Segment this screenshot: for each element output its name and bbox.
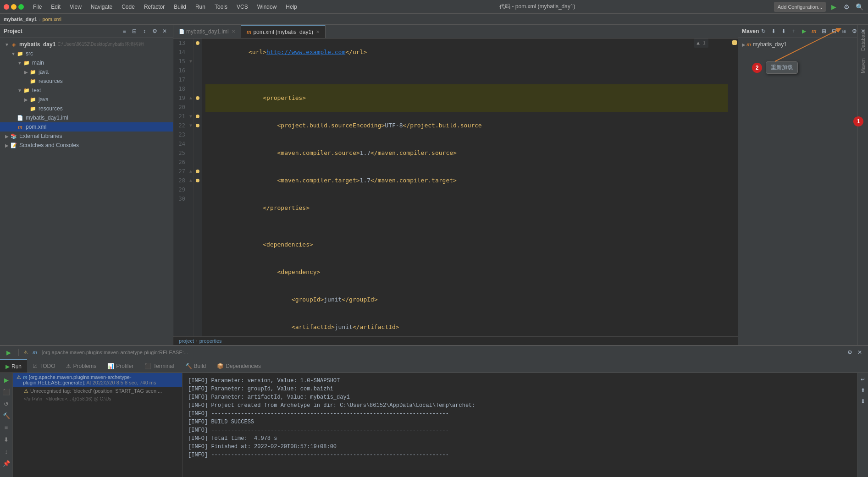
maximize-button[interactable] (18, 4, 24, 10)
sort-btn[interactable]: ↕ (1, 446, 11, 456)
todo-tab-icon: ☑ (33, 363, 38, 369)
settings-icon[interactable]: ⚙ (841, 2, 851, 12)
breadcrumb-project[interactable]: project (179, 338, 194, 344)
maven-m-btn[interactable]: m (809, 27, 818, 36)
tree-item-test[interactable]: ▼ 📁 test (0, 86, 173, 95)
maven-download-btn[interactable]: ⬇ (769, 27, 778, 36)
menu-item-tools[interactable]: Tools (211, 3, 231, 11)
maven-toggle3-btn[interactable]: ≋ (840, 27, 849, 36)
annotation-dot-21[interactable] (196, 115, 199, 118)
panel-layout-btn[interactable]: ⊟ (130, 27, 139, 36)
panel-settings-btn[interactable]: ⚙ (150, 27, 159, 36)
tree-arrow-scratches: ▶ (4, 143, 10, 148)
menu-item-window[interactable]: Window (254, 3, 281, 11)
tree-item-test-res[interactable]: 📁 resources (0, 104, 173, 113)
menu-item-run[interactable]: Run (192, 3, 209, 11)
tab-close-iml[interactable]: ✕ (232, 29, 235, 34)
badge-1[interactable]: 1 (853, 116, 863, 126)
menu-item-help[interactable]: Help (282, 3, 301, 11)
tree-item-ext-libs[interactable]: ▶ 📚 External Libraries (0, 132, 173, 141)
minimize-button[interactable] (11, 4, 17, 10)
tab-dependencies[interactable]: 📦 Dependencies (211, 359, 266, 373)
run-play-icon[interactable]: ▶ (4, 347, 14, 357)
run-entry-main[interactable]: ⚠ m [org.apache.maven.plugins:maven-arch… (13, 373, 182, 387)
search-icon[interactable]: 🔍 (854, 2, 864, 12)
maven-run-btn[interactable]: ▶ (799, 27, 808, 36)
annotation-dot-13[interactable] (196, 41, 199, 45)
tab-terminal[interactable]: ⬛ Terminal (139, 359, 179, 373)
tab-problems[interactable]: ⚠ Problems (61, 359, 102, 373)
pin-btn[interactable]: 📌 (1, 458, 11, 468)
filter-btn[interactable]: ≡ (1, 422, 11, 433)
run-entry-sub[interactable]: ⚠ Unrecognised tag: 'blocked' (position:… (13, 387, 182, 395)
run-close-btn[interactable]: ✕ (855, 348, 864, 357)
annot-20 (194, 103, 202, 112)
tab-mybatis-iml[interactable]: 📄 mybatis_day1.iml ✕ (173, 25, 241, 38)
stop-btn[interactable]: ⬛ (1, 387, 11, 397)
maven-add-btn[interactable]: + (789, 27, 798, 36)
menu-item-view[interactable]: View (66, 3, 85, 11)
bottom-wrap-btn[interactable]: ↵ (858, 375, 868, 384)
tree-label-iml: mybatis_day1.iml (26, 115, 68, 121)
menu-item-code[interactable]: Code (118, 3, 138, 11)
annotation-dot-22[interactable] (196, 124, 199, 127)
maven-item-root[interactable]: ▶ m mybatis_day1 (738, 40, 857, 49)
menu-item-file[interactable]: File (29, 3, 45, 11)
breadcrumb-properties[interactable]: properties (199, 338, 222, 344)
panel-close-btn[interactable]: ✕ (160, 27, 169, 36)
maven-toggle2-btn[interactable]: ⊟ (829, 27, 839, 36)
badge-2[interactable]: 2 (752, 63, 762, 73)
code-editor[interactable]: 13 14 15 16 17 18 19 20 21 22 23 24 25 2… (173, 38, 738, 336)
rerun-btn[interactable]: ↺ (1, 399, 11, 409)
tab-pom-xml[interactable]: m pom.xml (mybatis_day1) ✕ (241, 25, 326, 38)
maven-download2-btn[interactable]: ⬇ (779, 27, 788, 36)
maven-refresh-btn[interactable]: ↻ (759, 27, 768, 36)
tree-item-resources[interactable]: 📁 resources (0, 77, 173, 86)
panel-sort-btn[interactable]: ↕ (140, 27, 149, 36)
menu-item-vcs[interactable]: VCS (233, 3, 252, 11)
maven-tools: ↻ ⬇ ⬇ + ▶ m ⊞ ⊟ ≋ ⚙ (759, 27, 859, 36)
scroll-end-btn[interactable]: ⬇ (1, 434, 11, 444)
tree-item-pom[interactable]: m pom.xml (0, 122, 173, 132)
annotation-dot-27[interactable] (196, 170, 199, 173)
panel-expand-btn[interactable]: ≡ (120, 27, 129, 36)
linenum-14: 14 (175, 48, 185, 57)
bottom-panel: ▶ ⚠ m [org.apache.maven.plugins:maven-ar… (0, 345, 868, 477)
menu-item-refactor[interactable]: Refactor (140, 3, 168, 11)
bottom-up-btn[interactable]: ⬆ (858, 386, 868, 395)
run-btn[interactable]: ▶ (1, 375, 11, 385)
tab-run[interactable]: ▶ Run (0, 359, 27, 373)
maven-settings-btn[interactable]: ⚙ (850, 27, 859, 36)
annotation-dot-28[interactable] (196, 179, 199, 182)
tree-item-iml[interactable]: 📄 mybatis_day1.iml (0, 113, 173, 122)
tree-item-src[interactable]: ▼ 📁 src (0, 49, 173, 58)
tree-item-test-java[interactable]: ▶ 📁 java (0, 95, 173, 104)
tree-item-java[interactable]: ▶ 📁 java (0, 67, 173, 77)
code-lines[interactable]: <url>http://www.example.com</url> ▲ 1 <p… (202, 38, 731, 336)
menu-item-navigate[interactable]: Navigate (87, 3, 116, 11)
tab-build[interactable]: 🔨 Build (180, 359, 212, 373)
tab-todo[interactable]: ☑ TODO (27, 359, 61, 373)
annotation-dot-19[interactable] (196, 96, 199, 100)
tab-profiler[interactable]: 📊 Profiler (102, 359, 139, 373)
linenum-30: 30 (175, 194, 185, 203)
maven-toggle1-btn[interactable]: ⊞ (819, 27, 829, 36)
rvtab-maven[interactable]: Maven (859, 55, 867, 76)
scroll-bar-right[interactable] (731, 38, 738, 336)
tree-item-scratches[interactable]: ▶ 📝 Scratches and Consoles (0, 141, 173, 150)
run-icon[interactable]: ▶ (829, 2, 839, 12)
run-settings-btn[interactable]: ⚙ (845, 348, 854, 357)
build-btn2[interactable]: 🔨 (1, 411, 11, 421)
annot-16 (194, 66, 202, 75)
libs-icon: 📚 (10, 132, 17, 140)
bottom-down-btn[interactable]: ⬇ (858, 397, 868, 406)
add-config-button[interactable]: Add Configuration... (774, 2, 826, 12)
menu-item-build[interactable]: Build (170, 3, 190, 11)
tree-item-main[interactable]: ▼ 📁 main (0, 58, 173, 67)
tree-item-root[interactable]: ▼ ◈ mybatis_day1 C:\Users\86152\Desktop\… (0, 40, 173, 49)
rvtab-database[interactable]: Database (859, 27, 867, 54)
menu-item-edit[interactable]: Edit (47, 3, 64, 11)
tab-close-pom[interactable]: ✕ (316, 29, 320, 34)
folder-test-icon: 📁 (23, 87, 30, 94)
close-button[interactable] (4, 4, 9, 10)
